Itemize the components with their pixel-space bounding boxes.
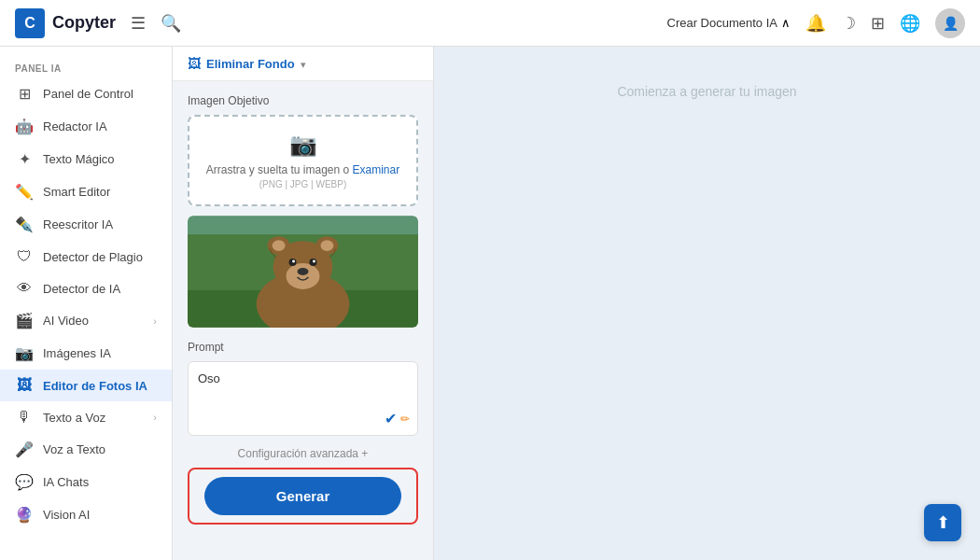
smart-editor-icon: ✏️ xyxy=(15,183,34,201)
logo-text: Copyter xyxy=(52,13,116,33)
chevron-right-icon: › xyxy=(153,412,157,423)
sidebar-item-detector-ia[interactable]: 👁Detector de IA xyxy=(0,273,172,304)
imagen-objetivo-section: Imagen Objetivo 📷 Arrastra y suelta tu i… xyxy=(173,81,433,328)
prompt-section: Prompt Oso ✔ ✏ xyxy=(173,328,433,436)
smart-editor-label: Smart Editor xyxy=(43,185,110,199)
redactor-ia-label: Redactor IA xyxy=(43,119,107,133)
panel-control-label: Panel de Control xyxy=(43,87,133,101)
sidebar-item-vision-ai[interactable]: 🔮Vision AI xyxy=(0,498,172,531)
reescritor-ia-label: Reescritor IA xyxy=(43,217,113,231)
texto-magico-label: Texto Mágico xyxy=(43,152,115,166)
svg-point-12 xyxy=(313,260,315,263)
detector-plagio-icon: 🛡 xyxy=(15,248,34,265)
prompt-label: Prompt xyxy=(188,341,418,354)
editor-fotos-ia-label: Editor de Fotos IA xyxy=(43,379,147,393)
edit-icon[interactable]: ✏ xyxy=(400,413,410,426)
upload-formats: (PNG | JPG | WEBP) xyxy=(204,179,401,189)
scroll-top-button[interactable]: ⬆ xyxy=(924,504,961,541)
prompt-text: Oso xyxy=(198,371,408,385)
ai-video-icon: 🎬 xyxy=(15,312,34,329)
sidebar-section-label: PANEL IA xyxy=(0,58,172,77)
check-icon[interactable]: ✔ xyxy=(385,410,397,427)
imagen-objetivo-label: Imagen Objetivo xyxy=(188,94,418,107)
sidebar: PANEL IA ⊞Panel de Control🤖Redactor IA✦T… xyxy=(0,47,173,560)
sidebar-item-redactor-ia[interactable]: 🤖Redactor IA xyxy=(0,110,172,143)
sidebar-item-smart-editor[interactable]: ✏️Smart Editor xyxy=(0,175,172,208)
chevron-up-icon: ∧ xyxy=(781,16,791,30)
sidebar-item-reescritor-ia[interactable]: ✒️Reescritor IA xyxy=(0,208,172,241)
sidebar-item-texto-magico[interactable]: ✦Texto Mágico xyxy=(0,143,172,175)
bell-icon[interactable]: 🔔 xyxy=(805,13,826,34)
texto-a-voz-icon: 🎙 xyxy=(15,409,34,426)
globe-icon[interactable]: 🌐 xyxy=(900,13,920,34)
redactor-ia-icon: 🤖 xyxy=(15,118,34,135)
header: C Copyter ☰ 🔍 Crear Documento IA ∧ 🔔 ☽ ⊞… xyxy=(0,0,980,47)
ia-chats-icon: 💬 xyxy=(15,473,34,491)
remove-bg-section: 🖼 Eliminar Fondo ▾ xyxy=(173,47,433,81)
sidebar-item-editor-fotos-ia[interactable]: 🖼Editor de Fotos IA xyxy=(0,370,172,401)
svg-point-8 xyxy=(287,263,320,289)
menu-icon[interactable]: ☰ xyxy=(131,13,146,34)
logo: C Copyter xyxy=(15,8,116,38)
svg-point-7 xyxy=(320,240,333,251)
texto-magico-icon: ✦ xyxy=(15,150,34,168)
upload-drag-text: Arrastra y suelta tu imagen o xyxy=(206,163,353,176)
sidebar-item-imagenes-ia[interactable]: 📷Imágenes IA xyxy=(0,337,172,370)
texto-a-voz-label: Texto a Voz xyxy=(43,411,105,425)
chevron-down-icon: ▾ xyxy=(301,59,306,71)
detector-ia-icon: 👁 xyxy=(15,280,34,297)
ia-chats-label: IA Chats xyxy=(43,475,89,489)
vision-ai-icon: 🔮 xyxy=(15,506,34,524)
voz-a-texto-icon: 🎤 xyxy=(15,441,34,458)
svg-point-11 xyxy=(292,260,295,263)
examinar-link[interactable]: Examinar xyxy=(353,163,400,176)
moon-icon[interactable]: ☽ xyxy=(841,13,856,34)
vision-ai-label: Vision AI xyxy=(43,508,90,522)
crear-doc-label: Crear Documento IA xyxy=(667,16,778,30)
camera-icon: 📷 xyxy=(204,132,401,158)
editor-fotos-ia-icon: 🖼 xyxy=(15,377,34,394)
remove-bg-icon: 🖼 xyxy=(188,56,201,71)
bear-image xyxy=(188,216,418,328)
reescritor-ia-icon: ✒️ xyxy=(15,216,34,233)
imagenes-ia-label: Imágenes IA xyxy=(43,346,111,360)
upload-text: Arrastra y suelta tu imagen o Examinar xyxy=(204,163,401,176)
svg-rect-14 xyxy=(188,216,418,234)
upload-area[interactable]: 📷 Arrastra y suelta tu imagen o Examinar… xyxy=(188,115,418,206)
left-panel: 🖼 Eliminar Fondo ▾ Imagen Objetivo 📷 Arr… xyxy=(173,47,434,560)
sidebar-item-detector-plagio[interactable]: 🛡Detector de Plagio xyxy=(0,241,172,273)
advanced-config-toggle[interactable]: Configuración avanzada + xyxy=(173,436,433,460)
avatar[interactable]: 👤 xyxy=(935,8,965,38)
remove-bg-label[interactable]: Eliminar Fondo xyxy=(206,57,295,71)
voz-a-texto-label: Voz a Texto xyxy=(43,442,105,456)
sidebar-item-panel-control[interactable]: ⊞Panel de Control xyxy=(0,77,172,110)
crear-documento-button[interactable]: Crear Documento IA ∧ xyxy=(667,16,791,30)
expand-icon[interactable]: ⊞ xyxy=(871,13,885,34)
main-content: 🖼 Eliminar Fondo ▾ Imagen Objetivo 📷 Arr… xyxy=(173,47,980,560)
imagenes-ia-icon: 📷 xyxy=(15,344,34,362)
search-icon[interactable]: 🔍 xyxy=(161,13,181,34)
sidebar-item-ai-video[interactable]: 🎬AI Video› xyxy=(0,304,172,337)
panel-control-icon: ⊞ xyxy=(15,85,34,103)
detector-plagio-label: Detector de Plagio xyxy=(43,250,143,264)
logo-box: C xyxy=(15,8,45,38)
svg-point-13 xyxy=(298,268,309,275)
svg-point-6 xyxy=(273,240,286,251)
ai-video-label: AI Video xyxy=(43,314,89,328)
prompt-icons: ✔ ✏ xyxy=(385,410,410,427)
sidebar-item-texto-a-voz[interactable]: 🎙Texto a Voz› xyxy=(0,401,172,433)
right-panel: Comienza a generar tu imagen xyxy=(434,47,980,560)
header-right: Crear Documento IA ∧ 🔔 ☽ ⊞ 🌐 👤 xyxy=(667,8,966,38)
generate-button[interactable]: Generar xyxy=(204,477,401,515)
detector-ia-label: Detector de IA xyxy=(43,282,120,296)
sidebar-item-ia-chats[interactable]: 💬IA Chats xyxy=(0,466,172,498)
prompt-box[interactable]: Oso ✔ ✏ xyxy=(188,361,418,436)
right-placeholder: Comienza a generar tu imagen xyxy=(617,84,796,99)
generate-button-area: Generar xyxy=(188,468,418,525)
chevron-right-icon: › xyxy=(153,315,157,327)
header-left: C Copyter ☰ 🔍 xyxy=(15,8,181,38)
sidebar-item-voz-a-texto[interactable]: 🎤Voz a Texto xyxy=(0,433,172,466)
